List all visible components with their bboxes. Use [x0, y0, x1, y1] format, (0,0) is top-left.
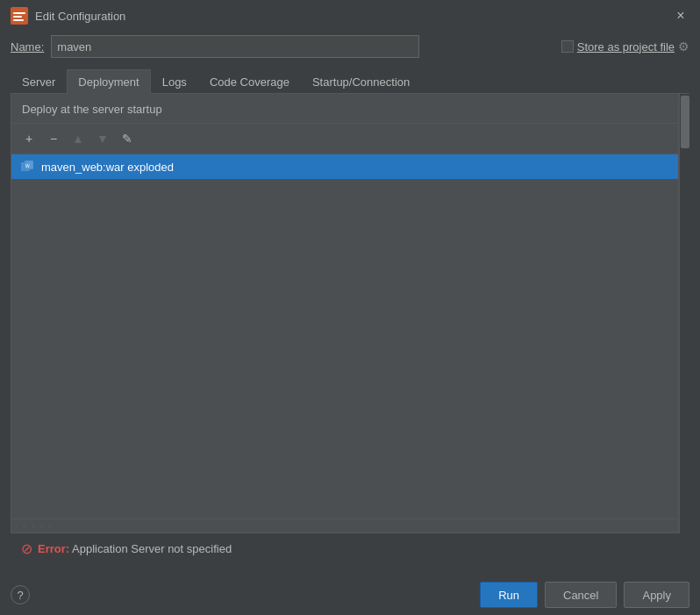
- list-toolbar: + − ▲ ▼ ✎: [11, 124, 678, 154]
- error-detail: Application Server not specified: [72, 542, 232, 555]
- section-label: Deploy at the server startup: [11, 94, 678, 124]
- footer-buttons: Run Cancel Apply: [480, 582, 689, 608]
- tabs-bar: Server Deployment Logs Code Coverage Sta…: [11, 68, 689, 94]
- apply-button[interactable]: Apply: [624, 582, 689, 608]
- right-scrollbar[interactable]: [679, 94, 689, 533]
- name-input[interactable]: [51, 35, 419, 58]
- close-button[interactable]: ×: [672, 7, 689, 25]
- svg-rect-1: [13, 12, 25, 14]
- main-panel: Deploy at the server startup + − ▲ ▼ ✎: [11, 94, 679, 533]
- tab-deployment[interactable]: Deployment: [67, 69, 150, 94]
- svg-rect-3: [13, 19, 24, 21]
- tab-startup-connection[interactable]: Startup/Connection: [301, 69, 421, 94]
- error-bar: ⊘ Error: Application Server not specifie…: [11, 533, 689, 564]
- error-label: Error:: [38, 542, 69, 555]
- dialog-content: Name: Store as project file ⚙ Server Dep…: [0, 32, 700, 575]
- list-item[interactable]: W maven_web:war exploded: [11, 154, 678, 179]
- move-up-button[interactable]: ▲: [68, 129, 89, 148]
- svg-text:W: W: [25, 163, 30, 168]
- add-button[interactable]: +: [18, 129, 39, 148]
- error-icon: ⊘: [21, 540, 32, 557]
- help-button[interactable]: ?: [11, 585, 30, 604]
- war-exploded-icon: W: [20, 160, 34, 174]
- deployment-panel: Deploy at the server startup + − ▲ ▼ ✎: [11, 94, 679, 533]
- name-label: Name:: [11, 40, 44, 54]
- scroll-dots: · · · · · ·: [15, 521, 61, 531]
- gear-icon[interactable]: ⚙: [678, 39, 689, 54]
- edit-configuration-dialog: Edit Configuration × Name: Store as proj…: [0, 0, 700, 615]
- main-area: Deploy at the server startup + − ▲ ▼ ✎: [11, 94, 689, 533]
- tab-code-coverage[interactable]: Code Coverage: [198, 69, 301, 94]
- run-button[interactable]: Run: [480, 582, 538, 608]
- remove-button[interactable]: −: [43, 129, 64, 148]
- move-down-button[interactable]: ▼: [92, 129, 113, 148]
- store-as-project-checkbox[interactable]: [561, 40, 574, 53]
- cancel-button[interactable]: Cancel: [545, 582, 617, 608]
- scrollbar-thumb[interactable]: [681, 96, 689, 148]
- edit-button[interactable]: ✎: [117, 129, 138, 148]
- title-bar: Edit Configuration ×: [0, 0, 700, 32]
- scroll-indicator: · · · · · ·: [11, 518, 678, 533]
- svg-rect-2: [13, 16, 22, 18]
- error-text: Error: Application Server not specified: [38, 542, 232, 555]
- deploy-list: W maven_web:war exploded: [11, 154, 678, 518]
- dialog-title: Edit Configuration: [35, 10, 665, 23]
- store-checkbox-area: Store as project file ⚙: [561, 39, 689, 54]
- name-row: Name: Store as project file ⚙: [11, 32, 689, 58]
- tab-logs[interactable]: Logs: [151, 69, 198, 94]
- tab-server[interactable]: Server: [11, 69, 67, 94]
- footer: ? Run Cancel Apply: [0, 575, 700, 615]
- app-icon: [11, 7, 28, 25]
- list-item-label: maven_web:war exploded: [41, 161, 174, 174]
- store-label: Store as project file: [577, 40, 675, 54]
